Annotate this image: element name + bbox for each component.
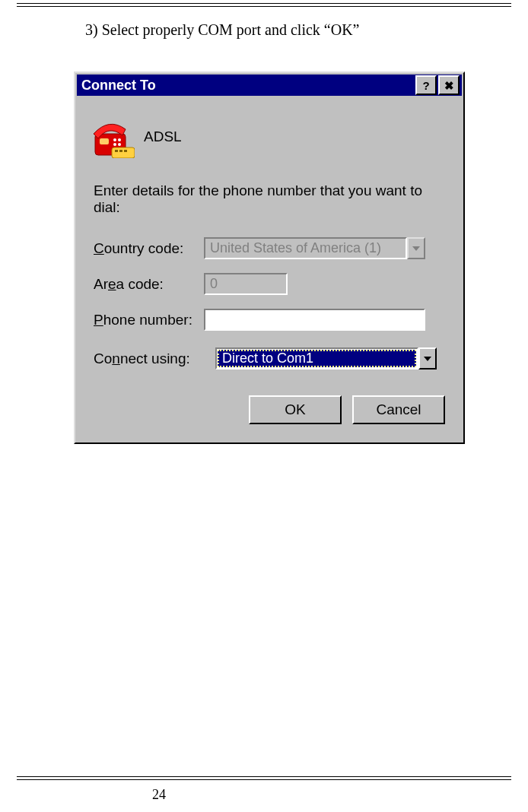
connect-using-value: Direct to Com1 — [222, 350, 313, 366]
svg-rect-9 — [115, 150, 118, 152]
country-code-combo: United States of America (1) — [204, 237, 407, 259]
phone-icon — [92, 116, 135, 158]
connection-name: ADSL — [144, 128, 182, 145]
titlebar: Connect To ? ✖ — [77, 75, 462, 96]
page-number: 24 — [152, 787, 166, 803]
svg-point-4 — [113, 143, 116, 146]
phone-number-input[interactable] — [204, 309, 425, 331]
svg-point-2 — [113, 138, 116, 141]
close-icon: ✖ — [444, 80, 454, 91]
ok-button[interactable]: OK — [249, 395, 342, 424]
country-code-label: Country code: — [94, 240, 204, 257]
connect-using-combo[interactable]: Direct to Com1 — [215, 347, 418, 370]
dialog-title: Connect To — [81, 78, 414, 94]
connect-using-dropdown-button[interactable] — [418, 347, 437, 370]
svg-point-5 — [118, 143, 121, 146]
svg-point-3 — [118, 138, 121, 141]
connect-using-label: Connect using: — [94, 350, 215, 367]
svg-rect-8 — [112, 147, 135, 158]
phone-number-label: Phone number: — [94, 312, 204, 328]
cancel-button[interactable]: Cancel — [352, 395, 445, 424]
svg-rect-10 — [119, 150, 122, 152]
close-button[interactable]: ✖ — [438, 75, 460, 95]
instruction-text: 3) Select properly COM port and click “O… — [85, 21, 359, 39]
help-button[interactable]: ? — [415, 75, 437, 95]
dialog-prompt: Enter details for the phone number that … — [94, 182, 445, 216]
page-top-rule — [17, 3, 511, 7]
area-code-label: Area code: — [94, 276, 204, 293]
chevron-down-icon — [412, 246, 420, 251]
country-code-dropdown-button — [407, 237, 425, 259]
chevron-down-icon — [424, 357, 431, 361]
svg-rect-11 — [124, 150, 127, 152]
svg-rect-1 — [100, 138, 109, 144]
page-bottom-rule — [17, 776, 511, 780]
area-code-input: 0 — [204, 273, 288, 295]
connect-to-dialog: Connect To ? ✖ — [74, 71, 465, 444]
